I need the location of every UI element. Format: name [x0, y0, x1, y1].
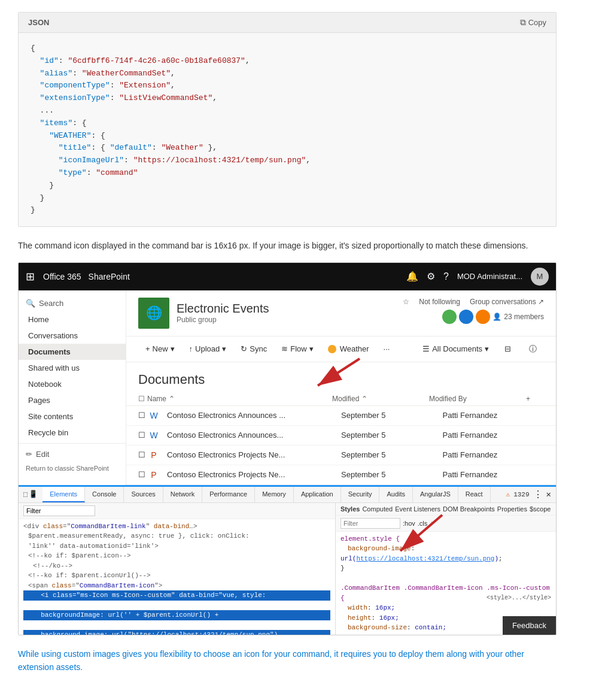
upload-label: Upload — [195, 344, 220, 353]
group-info-right: ☆ Not following Group conversations ↗ 👤 … — [403, 298, 544, 324]
sidebar-item-shared[interactable]: Shared with us — [19, 360, 126, 376]
table-header: ☐ Name ⌃ Modified ⌃ Modified By + — [126, 392, 556, 406]
sidebar-item-recycle-bin[interactable]: Recycle bin — [19, 425, 126, 441]
devtools-tab-elements[interactable]: Elements — [42, 487, 85, 502]
row-name-3: ☐ P Contoso Electronics Projects Ne... — [138, 449, 341, 461]
upload-button[interactable]: ↑ Upload ▾ — [182, 341, 234, 357]
search-bar[interactable]: 🔍 Search — [19, 295, 126, 311]
weather-button[interactable]: Weather — [321, 341, 376, 357]
devtools-tab-angularjs[interactable]: AngularJS — [413, 487, 458, 502]
devtools-device-icon[interactable]: 📱 — [29, 490, 38, 499]
checkbox-icon: ☐ — [138, 470, 145, 479]
devtools-filter-toolbar: :hov .cls + — [336, 516, 556, 532]
row-name-4: ☐ P Contoso Electronics Projects Ne... — [138, 469, 341, 481]
checkbox-icon: ☐ — [138, 431, 145, 440]
computed-tab[interactable]: Computed — [362, 505, 393, 513]
json-line-13: } — [31, 192, 544, 205]
view-chevron-icon: ▾ — [485, 344, 489, 353]
devtools-tab-react[interactable]: React — [458, 487, 491, 502]
copy-label: Copy — [528, 18, 546, 27]
ppt-doc-icon: P — [148, 449, 160, 461]
row-name-2: ☐ W Contoso Electronics Announces... — [138, 429, 341, 441]
office365-label: Office 365 — [43, 272, 81, 281]
return-classic[interactable]: Return to classic SharePoint — [19, 462, 126, 474]
sp-main-content: 🌐 Electronic Events Public group ☆ Not f… — [126, 290, 556, 485]
devtools-tab-audits[interactable]: Audits — [379, 487, 413, 502]
sync-icon: ↻ — [241, 344, 247, 353]
sidebar-item-documents[interactable]: Documents — [19, 344, 126, 360]
devtools-tab-security[interactable]: Security — [341, 487, 380, 502]
devtools-tab-network[interactable]: Network — [163, 487, 202, 502]
event-listeners-tab[interactable]: Event Listeners — [395, 505, 440, 513]
more-button[interactable]: ··· — [376, 341, 397, 357]
settings-icon[interactable]: ⚙ — [427, 271, 435, 282]
devtools-tab-performance[interactable]: Performance — [202, 487, 255, 502]
devtools-more-icon[interactable]: ⋮ — [533, 489, 543, 501]
more-icon: ··· — [384, 344, 390, 353]
json-header: JSON ⧉ Copy — [19, 13, 556, 33]
col-add[interactable]: + — [526, 395, 544, 403]
row-modby-1: Patti Fernandez — [443, 411, 545, 420]
sidebar-item-conversations[interactable]: Conversations — [19, 328, 126, 344]
row-mod-4: September 5 — [341, 470, 443, 479]
devtools-tab-application[interactable]: Application — [294, 487, 341, 502]
edit-icon: ✏ — [26, 450, 32, 459]
table-row[interactable]: ☐ P Contoso Electronics Projects Ne... S… — [126, 465, 556, 485]
nav-edit[interactable]: ✏ Edit — [19, 446, 126, 462]
table-row[interactable]: ☐ P Contoso Electronics Projects Ne... S… — [126, 446, 556, 465]
upload-icon: ↑ — [189, 344, 193, 353]
hov-button[interactable]: :hov — [403, 520, 415, 527]
filter-button[interactable]: ⊟ — [497, 341, 518, 357]
devtools-tab-console[interactable]: Console — [85, 487, 124, 502]
follow-label[interactable]: Not following — [419, 298, 460, 306]
sidebar-item-notebook[interactable]: Notebook — [19, 376, 126, 392]
styles-tab[interactable]: Styles — [340, 505, 360, 513]
dom-breakpoints-tab[interactable]: DOM Breakpoints — [443, 505, 495, 513]
notification-icon[interactable]: 🔔 — [406, 271, 418, 282]
members-count[interactable]: 23 members — [504, 313, 544, 321]
devtools-tab-memory[interactable]: Memory — [255, 487, 294, 502]
devtools-close-icon[interactable]: ✕ — [546, 489, 551, 499]
json-line-7: "items": { — [31, 117, 544, 130]
view-button[interactable]: ☰ All Documents ▾ — [418, 342, 494, 356]
checkbox-icon: ☐ — [138, 395, 145, 403]
info-button[interactable]: ⓘ — [522, 340, 544, 358]
sidebar-item-home[interactable]: Home — [19, 311, 126, 328]
view-label: All Documents — [432, 344, 482, 353]
group-conversations-link[interactable]: Group conversations ↗ — [470, 298, 544, 306]
user-avatar[interactable]: M — [531, 268, 549, 286]
cmdbar-right: ☰ All Documents ▾ ⊟ ⓘ — [418, 340, 544, 358]
sidebar-item-site-contents[interactable]: Site contents — [19, 408, 126, 425]
row-mod-2: September 5 — [341, 431, 443, 440]
description-text: The command icon displayed in the comman… — [18, 239, 557, 252]
sidebar-item-pages[interactable]: Pages — [19, 392, 126, 408]
devtools-filter-input[interactable] — [23, 505, 95, 516]
add-style-button[interactable]: + — [430, 520, 433, 527]
admin-text: MOD Administrat... — [457, 272, 522, 281]
devtools-tab-sources[interactable]: Sources — [124, 487, 163, 502]
documents-title: Documents — [126, 362, 556, 392]
waffle-icon[interactable]: ⊞ — [26, 270, 35, 283]
styles-filter-input[interactable] — [340, 518, 400, 529]
members-row: 👤 23 members — [442, 310, 544, 324]
devtools-dom-panel: <div class="CommandBarItem-link" data-bi… — [19, 503, 336, 635]
member-avatar-2 — [459, 310, 473, 324]
group-name: Electronic Events — [177, 302, 269, 316]
cls-button[interactable]: .cls — [418, 520, 428, 527]
scope-tab[interactable]: $scope — [530, 505, 551, 513]
devtools-inspect-icon[interactable]: ⬚ — [23, 490, 28, 499]
col-name: ☐ Name ⌃ — [138, 395, 332, 403]
edit-label: Edit — [36, 450, 49, 459]
json-line-12: } — [31, 180, 544, 192]
flow-button[interactable]: ≋ Flow ▾ — [274, 341, 320, 357]
new-button[interactable]: + New ▾ — [138, 341, 182, 357]
table-row[interactable]: ☐ W Contoso Electronics Announces... Sep… — [126, 426, 556, 446]
properties-tab[interactable]: Properties — [497, 505, 527, 513]
copy-button[interactable]: ⧉ Copy — [520, 17, 546, 28]
help-icon[interactable]: ? — [443, 271, 449, 282]
table-row[interactable]: ☐ W Contoso Electronics Announces ... Se… — [126, 406, 556, 426]
sync-button[interactable]: ↻ Sync — [233, 341, 274, 357]
ppt-doc-icon: P — [148, 469, 160, 481]
sp-topbar: ⊞ Office 365 SharePoint 🔔 ⚙ ? MOD Admini… — [19, 263, 556, 290]
feedback-button[interactable]: Feedback — [503, 616, 556, 635]
